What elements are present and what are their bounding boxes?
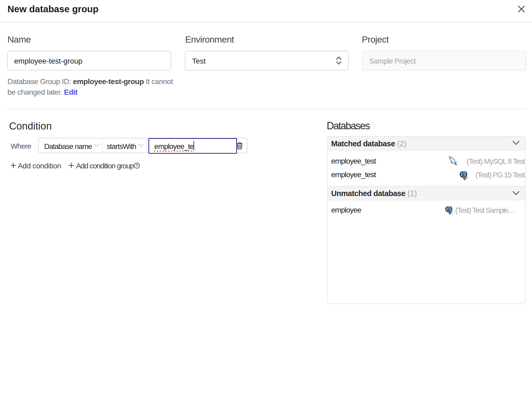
svg-text:?: ? [136, 163, 138, 168]
